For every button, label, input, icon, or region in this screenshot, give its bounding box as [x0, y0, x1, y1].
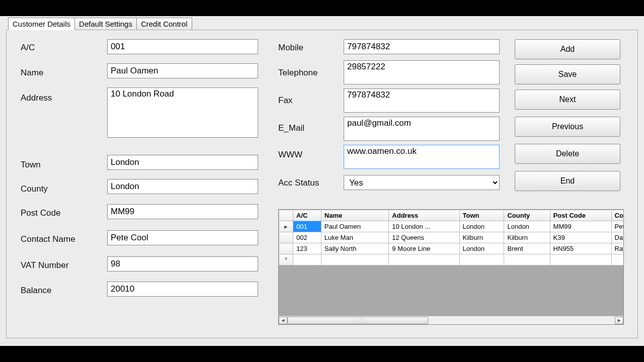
grid-cell[interactable]: Brent — [504, 243, 550, 254]
input-fax[interactable]: 797874832 — [344, 88, 500, 113]
grid-row-selector[interactable] — [279, 232, 293, 243]
input-address[interactable]: 10 London Road — [107, 87, 258, 138]
label-town: Town — [21, 160, 41, 170]
grid-cell[interactable]: MM99 — [550, 221, 611, 232]
tab-credit-control[interactable]: Credit Control — [136, 18, 192, 30]
input-mobile[interactable] — [344, 39, 500, 54]
grid-header[interactable]: Post Code — [550, 210, 611, 221]
grid-cell[interactable]: Paul Oamen — [321, 221, 388, 232]
scroll-thumb[interactable] — [287, 317, 428, 324]
grid-cell[interactable]: 12 Queens — [389, 232, 459, 243]
input-name[interactable] — [107, 63, 258, 78]
grid-cell[interactable]: Pete Cool — [611, 221, 624, 232]
grid-new-row[interactable]: * — [279, 254, 293, 265]
grid-cell[interactable]: Day Ton — [611, 232, 624, 243]
tab-body: A/C Name Address Town County Post Code C… — [6, 30, 638, 338]
input-ac[interactable] — [107, 39, 258, 54]
grid-cell[interactable] — [550, 254, 611, 265]
previous-button[interactable]: Previous — [515, 117, 620, 137]
label-www: WWW — [278, 150, 302, 160]
input-telephone[interactable]: 29857222 — [344, 60, 500, 84]
label-postcode: Post Code — [21, 208, 60, 218]
next-button[interactable]: Next — [515, 89, 620, 110]
grid-scrollbar[interactable]: ◄ ► — [279, 316, 623, 324]
grid-cell[interactable]: HN955 — [550, 243, 611, 254]
grid-cell[interactable]: 002 — [293, 232, 321, 243]
input-www[interactable]: www.oamen.co.uk — [344, 145, 500, 169]
scroll-right-icon[interactable]: ► — [615, 317, 623, 324]
label-county: County — [21, 184, 48, 194]
grid-cell[interactable] — [389, 254, 459, 265]
grid-cell[interactable]: London — [504, 221, 550, 232]
grid-cell[interactable]: Sally North — [321, 243, 388, 254]
grid-cell[interactable] — [293, 254, 321, 265]
grid-cell[interactable] — [611, 254, 624, 265]
grid-cell[interactable]: Ray — [611, 243, 624, 254]
label-contactname: Contact Name — [21, 234, 75, 244]
grid-cell[interactable] — [321, 254, 388, 265]
tab-strip: Customer Details Default Settings Credit… — [8, 18, 192, 30]
input-county[interactable] — [107, 179, 258, 194]
label-telephone: Telephone — [278, 68, 317, 78]
input-contactname[interactable] — [107, 230, 258, 245]
select-accstatus[interactable]: Yes — [344, 175, 500, 190]
grid-header[interactable]: A/C — [293, 210, 321, 221]
grid-header[interactable]: Contact Name — [611, 210, 624, 221]
grid-cell[interactable] — [459, 254, 504, 265]
grid-cell[interactable]: 123 — [293, 243, 321, 254]
label-address: Address — [21, 93, 52, 103]
grid-cell[interactable]: Kilburn — [459, 232, 504, 243]
grid-cell[interactable] — [504, 254, 550, 265]
tab-customer-details[interactable]: Customer Details — [8, 18, 75, 30]
app-window: Customer Details Default Settings Credit… — [0, 16, 644, 346]
label-email: E_Mail — [278, 123, 304, 133]
label-name: Name — [21, 68, 43, 78]
grid-row-selector[interactable] — [279, 243, 293, 254]
grid-cell[interactable]: 9 Moore Line — [389, 243, 459, 254]
grid-cell[interactable]: Kilburn — [504, 232, 550, 243]
grid-cell[interactable]: 10 London ... — [389, 221, 459, 232]
save-button[interactable]: Save — [515, 64, 620, 84]
grid-header[interactable]: Address — [389, 210, 459, 221]
input-town[interactable] — [107, 155, 258, 170]
grid-cell[interactable]: London — [459, 243, 504, 254]
grid-header[interactable]: County — [504, 210, 550, 221]
add-button[interactable]: Add — [515, 39, 620, 59]
grid-row-selector[interactable]: ▸ — [279, 221, 293, 232]
input-email[interactable]: paul@gmail.com — [344, 117, 500, 141]
label-balance: Balance — [21, 286, 51, 296]
tab-default-settings[interactable]: Default Settings — [74, 18, 137, 30]
label-fax: Fax — [278, 96, 292, 106]
grid-cell[interactable]: K39 — [550, 232, 611, 243]
input-vatnumber[interactable] — [107, 256, 258, 272]
grid-cell[interactable]: 001 — [293, 221, 321, 232]
label-mobile: Mobile — [278, 43, 303, 53]
input-postcode[interactable] — [107, 204, 258, 219]
grid-cell[interactable]: Luke Man — [321, 232, 388, 243]
end-button[interactable]: End — [515, 171, 620, 191]
delete-button[interactable]: Delete — [515, 144, 620, 164]
grid-header[interactable]: Name — [321, 210, 388, 221]
label-accstatus: Acc Status — [278, 178, 319, 188]
scroll-left-icon[interactable]: ◄ — [279, 317, 287, 324]
grid-header[interactable]: Town — [459, 210, 504, 221]
label-ac: A/C — [21, 43, 35, 53]
label-vatnumber: VAT Number — [21, 260, 68, 270]
grid-cell[interactable]: London — [459, 221, 504, 232]
data-grid[interactable]: A/CNameAddressTownCountyPost CodeContact… — [278, 209, 624, 325]
input-balance[interactable] — [107, 282, 258, 297]
